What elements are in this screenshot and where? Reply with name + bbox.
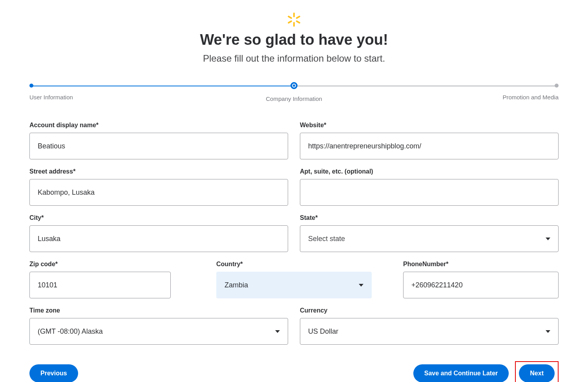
street-address-input[interactable] xyxy=(29,179,288,206)
zip-label: Zip code* xyxy=(29,261,185,268)
step-dot-promotion-media xyxy=(555,84,559,88)
step-dot-company-info xyxy=(290,82,298,89)
previous-button[interactable]: Previous xyxy=(29,364,78,382)
step-dot-user-info xyxy=(29,84,33,88)
page-subtitle: Please fill out the information below to… xyxy=(29,53,559,64)
walmart-spark-icon xyxy=(286,12,302,27)
svg-rect-5 xyxy=(296,20,300,24)
svg-rect-0 xyxy=(293,13,295,17)
state-select-value: Select state xyxy=(308,235,345,243)
city-label: City* xyxy=(29,214,288,221)
country-label: Country* xyxy=(216,261,372,268)
svg-rect-4 xyxy=(287,15,292,19)
zip-input[interactable] xyxy=(29,272,171,298)
currency-select-value: US Dollar xyxy=(308,327,338,336)
chevron-down-icon xyxy=(275,330,280,333)
currency-label: Currency xyxy=(300,307,559,314)
next-button-highlight: Next xyxy=(515,361,559,382)
account-display-name-input[interactable] xyxy=(29,133,288,159)
page-title: We're so glad to have you! xyxy=(29,31,559,48)
next-button[interactable]: Next xyxy=(519,364,555,382)
apt-input[interactable] xyxy=(300,179,559,206)
step-label-company-info: Company Information xyxy=(206,95,382,102)
currency-select[interactable]: US Dollar xyxy=(300,318,559,345)
chevron-down-icon xyxy=(359,284,363,287)
phone-label: PhoneNumber* xyxy=(403,261,559,268)
phone-input[interactable] xyxy=(403,272,559,298)
city-input[interactable] xyxy=(29,225,288,252)
svg-rect-3 xyxy=(287,20,292,24)
street-address-label: Street address* xyxy=(29,168,288,175)
timezone-select[interactable]: (GMT -08:00) Alaska xyxy=(29,318,288,345)
account-display-name-label: Account display name* xyxy=(29,122,288,129)
website-input[interactable] xyxy=(300,133,559,159)
svg-rect-2 xyxy=(296,15,300,19)
country-select-value: Zambia xyxy=(225,281,248,289)
state-label: State* xyxy=(300,214,559,221)
step-label-user-info: User Information xyxy=(29,94,206,101)
chevron-down-icon xyxy=(546,330,550,333)
apt-label: Apt, suite, etc. (optional) xyxy=(300,168,559,175)
step-label-promotion-media: Promotion and Media xyxy=(382,94,559,101)
website-label: Website* xyxy=(300,122,559,129)
save-continue-later-button[interactable]: Save and Continue Later xyxy=(413,364,509,382)
progress-stepper: User Information Company Information Pro… xyxy=(29,84,559,102)
timezone-select-value: (GMT -08:00) Alaska xyxy=(38,327,103,336)
svg-rect-1 xyxy=(293,22,295,27)
timezone-label: Time zone xyxy=(29,307,288,314)
state-select[interactable]: Select state xyxy=(300,225,559,252)
country-select[interactable]: Zambia xyxy=(216,272,372,298)
chevron-down-icon xyxy=(546,238,550,240)
